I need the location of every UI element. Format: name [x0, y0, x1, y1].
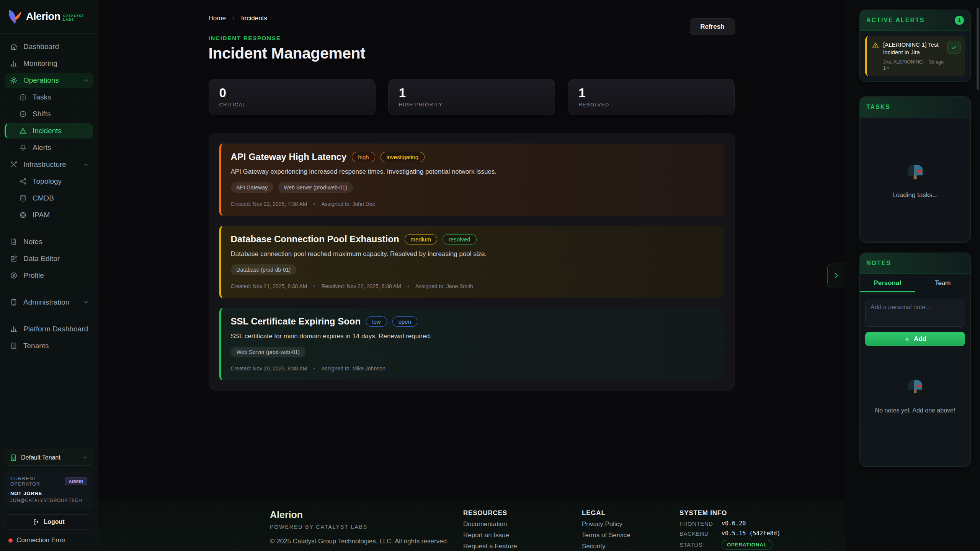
status-badge: open	[392, 316, 417, 327]
incident-meta: Resolved: Nov 22, 2025, 6:38 AM	[321, 283, 401, 289]
stat-value: 1	[578, 86, 724, 100]
stat-label: CRITICAL	[219, 102, 365, 108]
footer-link-terms[interactable]: Terms of Service	[582, 531, 679, 539]
footer-link-report-issue[interactable]: Report an Issue	[463, 531, 582, 539]
acknowledge-alert-button[interactable]	[947, 41, 960, 54]
meta-separator: •	[314, 201, 315, 207]
stat-label: HIGH PRIORITY	[399, 102, 544, 108]
sidebar-item-ipam[interactable]: IPAM	[5, 207, 93, 223]
logout-button[interactable]: Logout	[5, 514, 93, 530]
incident-tag: Database (prod-db-01)	[231, 264, 297, 275]
left-sidebar: Alerion CATALYST LABS Dashboard Monitori…	[0, 0, 98, 551]
meta-separator: •	[407, 283, 409, 289]
sidebar-item-administration[interactable]: Administration	[5, 295, 93, 310]
sidebar-item-label: Dashboard	[23, 42, 89, 51]
alert-triangle-icon	[19, 127, 27, 135]
sidebar-item-topology[interactable]: Topology	[5, 174, 93, 189]
sys-label: STATUS	[679, 541, 722, 548]
sidebar-item-operations[interactable]: Operations	[5, 73, 93, 88]
panel-title: TASKS	[866, 104, 890, 111]
warning-triangle-icon	[872, 42, 879, 71]
breadcrumb-home-link[interactable]: Home	[209, 15, 226, 22]
notes-header: NOTES	[860, 253, 970, 274]
sidebar-item-notes[interactable]: Notes	[5, 234, 93, 249]
tools-icon	[10, 161, 18, 168]
incident-description: Database connection pool reached maximum…	[231, 250, 714, 258]
pencil-icon	[10, 255, 18, 262]
footer-link-security[interactable]: Security	[582, 543, 679, 550]
sidebar-item-cmdb[interactable]: CMDB	[5, 191, 93, 206]
sidebar-item-infrastructure[interactable]: Infrastructure	[5, 157, 93, 172]
status-badge: resolved	[443, 234, 477, 245]
sidebar-item-incidents[interactable]: Incidents	[5, 123, 93, 139]
breadcrumb-current: Incidents	[241, 15, 267, 22]
bar-chart-icon	[10, 325, 18, 333]
incident-list: API Gateway High Latency high investigat…	[209, 133, 735, 391]
chevron-up-icon	[83, 161, 89, 168]
panel-title: ACTIVE ALERTS	[866, 17, 925, 24]
footer-link-request-feature[interactable]: Request a Feature	[463, 543, 582, 550]
notes-panel: NOTES Personal Team Add No notes yet. Ad…	[859, 253, 971, 467]
logout-label: Logout	[44, 518, 64, 525]
sidebar-item-label: Administration	[23, 298, 83, 306]
sidebar-item-label: Shifts	[33, 110, 89, 118]
alert-card[interactable]: [ALERIONINC-1] Test incident in Jira Jir…	[865, 36, 965, 76]
add-note-button[interactable]: Add	[865, 332, 965, 346]
database-icon	[19, 194, 27, 202]
alerion-eagle-logo	[6, 8, 23, 25]
sidebar-item-tasks[interactable]: Tasks	[5, 90, 93, 105]
incident-meta: Assigned to: Mike Johnson	[321, 365, 385, 372]
add-note-label: Add	[914, 335, 926, 343]
meta-separator: •	[314, 365, 315, 372]
sidebar-item-monitoring[interactable]: Monitoring	[5, 56, 93, 71]
page-title: Incident Management	[209, 44, 366, 62]
sidebar-nav: Dashboard Monitoring Operations Tasks Sh…	[0, 34, 98, 355]
stat-card-resolved: 1 RESOLVED	[568, 79, 735, 115]
footer-legal: LEGAL Privacy Policy Terms of Service Se…	[582, 509, 679, 551]
active-alerts-panel: ACTIVE ALERTS 1 [ALERIONINC-1] Test inci…	[859, 10, 971, 82]
footer-column-head: LEGAL	[582, 509, 679, 517]
clipboard-icon	[19, 93, 27, 101]
incident-meta: Assigned to: John Doe	[321, 201, 375, 207]
collapse-rightbar-button[interactable]	[827, 264, 845, 287]
content-container: Home Incidents INCIDENT RESPONSE Inciden…	[209, 0, 735, 391]
scrollbar-thumb[interactable]	[977, 8, 979, 90]
severity-badge: high	[352, 152, 375, 162]
incident-title: Database Connection Pool Exhaustion	[231, 234, 399, 245]
footer-link-privacy[interactable]: Privacy Policy	[582, 520, 679, 528]
frontend-version: v0.6.20	[722, 520, 746, 527]
sidebar-item-platform-dashboard[interactable]: Platform Dashboard	[5, 321, 93, 337]
incident-card[interactable]: API Gateway High Latency high investigat…	[219, 143, 724, 216]
tab-team[interactable]: Team	[915, 274, 971, 292]
check-icon	[951, 44, 957, 51]
sidebar-item-data-editor[interactable]: Data Editor	[5, 251, 93, 266]
gear-icon	[10, 77, 18, 84]
page-header: INCIDENT RESPONSE Incident Management Re…	[209, 22, 735, 62]
footer-link-documentation[interactable]: Documentation	[463, 520, 582, 528]
sidebar-item-label: CMDB	[33, 194, 89, 202]
sidebar-item-label: IPAM	[33, 211, 89, 219]
operational-status-badge: OPERATIONAL	[722, 540, 773, 549]
tasks-loading-text: Loading tasks...	[892, 191, 938, 199]
user-circle-icon	[10, 272, 18, 279]
sidebar-item-profile[interactable]: Profile	[5, 268, 93, 283]
incident-card[interactable]: SSL Certificate Expiring Soon low open S…	[219, 308, 724, 380]
sidebar-item-alerts[interactable]: Alerts	[5, 140, 93, 155]
incident-meta: Created: Nov 21, 2025, 8:38 AM	[231, 283, 307, 289]
alert-title: [ALERIONINC-1] Test incident in Jira	[883, 41, 944, 57]
refresh-button[interactable]: Refresh	[690, 18, 735, 35]
sidebar-item-dashboard[interactable]: Dashboard	[5, 39, 93, 54]
tenant-selector[interactable]: Default Tenant	[5, 450, 93, 466]
stat-card-high-priority: 1 HIGH PRIORITY	[388, 79, 555, 115]
footer-column-head: RESOURCES	[463, 509, 582, 517]
incident-meta: Assigned to: Jane Smith	[415, 283, 473, 289]
building-icon	[10, 342, 18, 350]
note-input[interactable]	[865, 299, 965, 327]
sidebar-item-tenants[interactable]: Tenants	[5, 338, 93, 354]
incident-title: API Gateway High Latency	[231, 152, 347, 162]
sidebar-item-shifts[interactable]: Shifts	[5, 106, 93, 122]
clock-icon	[19, 110, 27, 118]
tab-personal[interactable]: Personal	[860, 274, 915, 292]
incident-card[interactable]: Database Connection Pool Exhaustion medi…	[219, 226, 724, 298]
mailbox-icon	[905, 376, 925, 395]
